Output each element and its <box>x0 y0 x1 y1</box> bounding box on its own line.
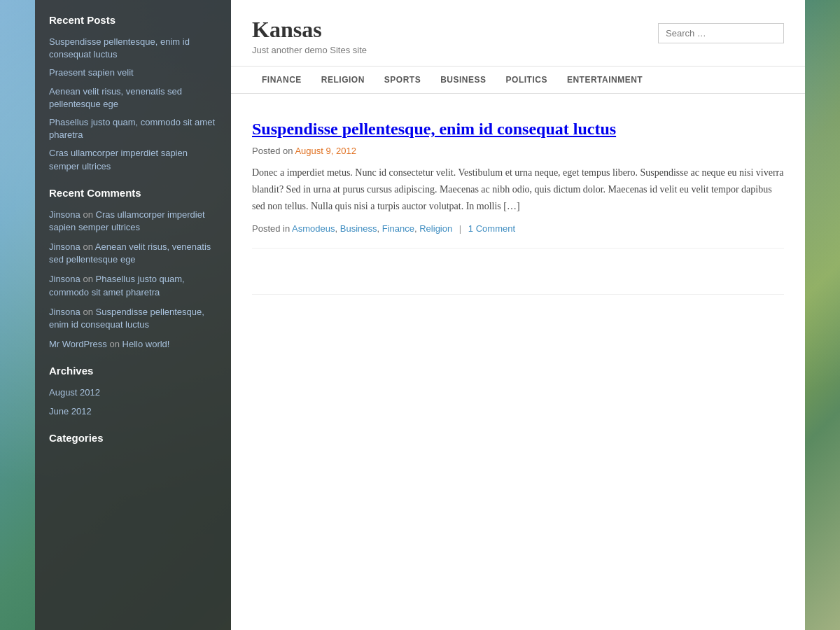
nav-item: RELIGION <box>312 66 374 93</box>
recent-post-link[interactable]: Phasellus justo quam, commodo sit amet p… <box>49 117 215 140</box>
recent-comments-list: Jinsona on Cras ullamcorper imperdiet sa… <box>49 209 217 351</box>
article-footer: Posted in Asmodeus, Business, Finance, R… <box>252 223 784 234</box>
comment-on-text: on <box>83 209 95 220</box>
recent-posts-list: Suspendisse pellentesque, enim id conseq… <box>49 36 217 173</box>
site-title: Kansas <box>252 18 367 42</box>
archives-heading: Archives <box>49 365 217 377</box>
nav-item: POLITICS <box>496 66 557 93</box>
comment-count-link[interactable]: 1 Comment <box>468 223 515 234</box>
archive-link[interactable]: June 2012 <box>49 406 92 416</box>
comment-user-link[interactable]: Jinsona <box>49 274 80 284</box>
nav-link-business[interactable]: BUSINESS <box>430 66 496 93</box>
comment-item: Jinsona on Phasellus justo quam, commodo… <box>49 273 217 298</box>
recent-post-link[interactable]: Aenean velit risus, venenatis sed pellen… <box>49 86 182 109</box>
separator: | <box>459 223 461 234</box>
site-tagline: Just another demo Sites site <box>252 45 367 55</box>
comment-item: Jinsona on Suspendisse pellentesque, eni… <box>49 306 217 331</box>
archive-link[interactable]: August 2012 <box>49 387 100 398</box>
comment-on-text: on <box>83 241 94 252</box>
comment-on-text: on <box>83 274 95 284</box>
article <box>252 270 784 295</box>
list-item: June 2012 <box>49 405 217 418</box>
nav-item: ENTERTAINMENT <box>557 66 652 93</box>
nav-item: FINANCE <box>252 66 312 93</box>
archives-list: August 2012 June 2012 <box>49 386 217 417</box>
site-nav: FINANCE RELIGION SPORTS BUSINESS POLITIC… <box>231 66 805 94</box>
posted-in-label: Posted in <box>252 223 290 234</box>
recent-post-link[interactable]: Praesent sapien velit <box>49 67 134 78</box>
comment-user-link[interactable]: Mr WordPress <box>49 339 107 349</box>
comment-user-link[interactable]: Jinsona <box>49 209 80 220</box>
article: Suspendisse pellentesque, enim id conseq… <box>252 108 784 248</box>
article-title-link[interactable]: Suspendisse pellentesque, enim id conseq… <box>252 120 616 138</box>
recent-comments-heading: Recent Comments <box>49 187 217 199</box>
comment-item: Mr WordPress on Hello world! <box>49 338 217 351</box>
recent-post-link[interactable]: Cras ullamcorper imperdiet sapien semper… <box>49 148 188 171</box>
list-item: Praesent sapien velit <box>49 66 217 79</box>
comment-on-text: on <box>83 307 95 317</box>
recent-post-link[interactable]: Suspendisse pellentesque, enim id conseq… <box>49 36 190 59</box>
list-item: Phasellus justo quam, commodo sit amet p… <box>49 116 217 141</box>
category-link[interactable]: Business <box>340 223 377 234</box>
nav-link-politics[interactable]: POLITICS <box>496 66 557 93</box>
categories-heading: Categories <box>49 432 217 444</box>
search-box <box>658 23 784 43</box>
nav-link-entertainment[interactable]: ENTERTAINMENT <box>557 66 652 93</box>
comment-item: Jinsona on Cras ullamcorper imperdiet sa… <box>49 209 217 234</box>
recent-posts-heading: Recent Posts <box>49 14 217 26</box>
site-title-area: Kansas Just another demo Sites site <box>252 18 367 55</box>
comment-user-link[interactable]: Jinsona <box>49 307 80 317</box>
main-content: Kansas Just another demo Sites site FINA… <box>231 0 805 630</box>
article-body: Donec a imperdiet metus. Nunc id consect… <box>252 164 784 214</box>
list-item: Suspendisse pellentesque, enim id conseq… <box>49 36 217 61</box>
category-link[interactable]: Finance <box>382 223 414 234</box>
article-title: Suspendisse pellentesque, enim id conseq… <box>252 118 784 140</box>
nav-item: SPORTS <box>374 66 430 93</box>
comment-post-link[interactable]: Hello world! <box>122 339 170 349</box>
category-link[interactable]: Religion <box>419 223 452 234</box>
sidebar: Recent Posts Suspendisse pellentesque, e… <box>35 0 231 630</box>
comment-item: Jinsona on Aenean velit risus, venenatis… <box>49 241 217 266</box>
nav-link-religion[interactable]: RELIGION <box>312 66 374 93</box>
list-item: Aenean velit risus, venenatis sed pellen… <box>49 85 217 111</box>
page-wrapper: Recent Posts Suspendisse pellentesque, e… <box>35 0 805 630</box>
nav-item: BUSINESS <box>430 66 496 93</box>
nav-link-finance[interactable]: FINANCE <box>252 66 312 93</box>
site-header: Kansas Just another demo Sites site <box>231 0 805 66</box>
nav-list: FINANCE RELIGION SPORTS BUSINESS POLITIC… <box>252 66 784 93</box>
comment-on-text: on <box>109 339 122 349</box>
articles-area: Suspendisse pellentesque, enim id conseq… <box>231 108 805 295</box>
list-item: Cras ullamcorper imperdiet sapien semper… <box>49 147 217 172</box>
list-item: August 2012 <box>49 386 217 399</box>
article-date-link[interactable]: August 9, 2012 <box>295 146 356 156</box>
article-meta: Posted on August 9, 2012 <box>252 146 784 156</box>
search-input[interactable] <box>658 23 784 43</box>
comment-user-link[interactable]: Jinsona <box>49 241 80 252</box>
nav-link-sports[interactable]: SPORTS <box>374 66 430 93</box>
category-link[interactable]: Asmodeus <box>292 223 335 234</box>
